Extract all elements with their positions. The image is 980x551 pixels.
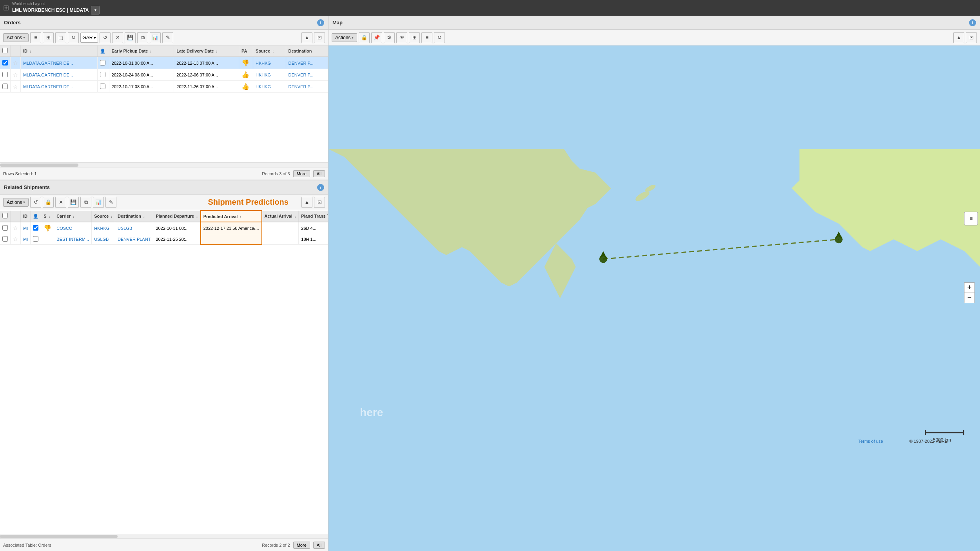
orders-close-x-btn[interactable]: ✕ bbox=[112, 32, 123, 43]
map-container[interactable]: 5000 km ≡ + − here Terms of use © 1987-2… bbox=[328, 45, 980, 551]
workbench-dropdown-btn[interactable]: ▾ bbox=[91, 6, 100, 15]
orders-expand-btn[interactable]: ⊡ bbox=[314, 32, 325, 43]
orders-collapse-btn[interactable]: ▲ bbox=[301, 32, 312, 43]
shipment-carrier-link[interactable]: COSCO bbox=[56, 226, 72, 231]
orders-actions-btn[interactable]: Actions ▾ bbox=[3, 33, 29, 42]
order-row-checkbox-cell[interactable] bbox=[0, 81, 11, 93]
shipments-save-btn[interactable]: 💾 bbox=[68, 197, 79, 208]
shipments-info-icon[interactable]: i bbox=[317, 184, 324, 191]
shipments-col-person[interactable]: 👤 bbox=[31, 211, 41, 222]
shipment-row-checkbox[interactable] bbox=[2, 225, 8, 231]
orders-col-early-pickup[interactable]: Early Pickup Date ↕ bbox=[109, 45, 174, 57]
shipments-expand-btn[interactable]: ⊡ bbox=[314, 197, 325, 208]
shipments-edit-btn[interactable]: ✎ bbox=[105, 197, 116, 208]
star-icon[interactable]: ☆ bbox=[13, 60, 18, 66]
shipments-col-planned-dep[interactable]: Planned Departure ↕ bbox=[153, 211, 201, 222]
shipments-col-carrier[interactable]: Carrier ↕ bbox=[54, 211, 92, 222]
map-eye-btn[interactable]: 👁 bbox=[396, 32, 407, 43]
orders-all-btn[interactable]: All bbox=[313, 170, 325, 177]
shipments-col-destination[interactable]: Destination ↕ bbox=[115, 211, 153, 222]
order-person-checkbox[interactable] bbox=[100, 72, 105, 77]
shipment-dest-link[interactable]: USLGB bbox=[118, 226, 132, 231]
order-row-id[interactable]: MLDATA.GARTNER DE... bbox=[21, 57, 98, 69]
order-id-link[interactable]: MLDATA.GARTNER DE... bbox=[23, 73, 73, 77]
order-dest-link[interactable]: DENVER P... bbox=[289, 84, 314, 89]
order-row-checkbox[interactable] bbox=[2, 72, 8, 77]
map-info-icon[interactable]: i bbox=[969, 19, 976, 26]
shipment-source-link[interactable]: USLGB bbox=[94, 237, 109, 242]
orders-col-select-all[interactable] bbox=[0, 45, 11, 57]
shipment-person-checkbox[interactable] bbox=[33, 236, 38, 242]
orders-info-icon[interactable]: i bbox=[317, 19, 324, 26]
orders-export-btn[interactable]: ⬚ bbox=[55, 32, 66, 43]
orders-chart-btn[interactable]: 📊 bbox=[150, 32, 161, 43]
orders-col-source[interactable]: Source ↕ bbox=[253, 45, 286, 57]
shipments-col-pland-trans[interactable]: Pland Trans Time ↕ bbox=[299, 211, 328, 222]
map-actions-btn[interactable]: Actions ▾ bbox=[332, 33, 357, 42]
orders-sort-btn[interactable]: ≡ bbox=[30, 32, 41, 43]
shipments-collapse-btn[interactable]: ▲ bbox=[301, 197, 312, 208]
order-id-link[interactable]: MLDATA.GARTNER DE... bbox=[23, 61, 73, 65]
shipment-person-checkbox[interactable] bbox=[33, 225, 38, 231]
shipments-chart-btn[interactable]: 📊 bbox=[93, 197, 104, 208]
order-row-checkbox-cell[interactable] bbox=[0, 69, 11, 81]
shipments-lock-btn[interactable]: 🔒 bbox=[43, 197, 54, 208]
shipments-table-row[interactable]: ☆ MI 👎 COSCO HKHKG USLGB 2022-10-31 08:.… bbox=[0, 222, 328, 234]
shipments-all-btn[interactable]: All bbox=[313, 542, 325, 549]
shipments-col-id[interactable]: ID bbox=[21, 211, 31, 222]
shipment-id-link[interactable]: MI bbox=[23, 237, 28, 242]
shipments-close-x-btn[interactable]: ✕ bbox=[55, 197, 66, 208]
shipment-source-link[interactable]: HKHKG bbox=[94, 226, 109, 231]
map-grid-btn[interactable]: ⊞ bbox=[409, 32, 420, 43]
orders-col-pa[interactable]: PA bbox=[239, 45, 253, 57]
orders-select-all-checkbox[interactable] bbox=[2, 48, 8, 53]
order-id-link[interactable]: MLDATA.GARTNER DE... bbox=[23, 84, 73, 89]
order-row-star-cell[interactable]: ☆ bbox=[11, 69, 21, 81]
orders-reload-btn[interactable]: ↺ bbox=[100, 32, 111, 43]
orders-copy-btn[interactable]: ⧉ bbox=[137, 32, 148, 43]
map-layers-btn2[interactable]: ≡ bbox=[421, 32, 432, 43]
shipments-col-source[interactable]: Source ↕ bbox=[92, 211, 115, 222]
shipment-dest-link[interactable]: DENVER PLANT bbox=[118, 237, 151, 242]
orders-table-row[interactable]: ☆ MLDATA.GARTNER DE... 2022-10-31 08:00 … bbox=[0, 57, 328, 69]
star-icon[interactable]: ☆ bbox=[13, 236, 18, 242]
orders-more-btn[interactable]: More bbox=[293, 170, 310, 177]
order-source-link[interactable]: HKHKG bbox=[256, 84, 271, 89]
orders-edit-btn[interactable]: ✎ bbox=[162, 32, 173, 43]
orders-table-row[interactable]: ☆ MLDATA.GARTNER DE... 2022-10-24 08:00 … bbox=[0, 69, 328, 81]
shipment-row-checkbox[interactable] bbox=[2, 236, 8, 242]
shipment-row-checkbox-cell[interactable] bbox=[0, 234, 11, 245]
order-dest-link[interactable]: DENVER P... bbox=[289, 61, 314, 65]
shipments-col-actual-arrival[interactable]: Actual Arrival ↕ bbox=[262, 211, 299, 222]
shipments-col-pred-arrival[interactable]: Predicted Arrival ↕ bbox=[201, 211, 262, 222]
order-row-star-cell[interactable]: ☆ bbox=[11, 57, 21, 69]
order-row-id[interactable]: MLDATA.GARTNER DE... bbox=[21, 81, 98, 93]
order-row-checkbox[interactable] bbox=[2, 60, 8, 65]
star-icon[interactable]: ☆ bbox=[13, 72, 18, 78]
order-row-star-cell[interactable]: ☆ bbox=[11, 81, 21, 93]
shipment-id-link[interactable]: MI bbox=[23, 226, 28, 231]
orders-scrollbar[interactable] bbox=[0, 162, 328, 167]
order-source-link[interactable]: HKHKG bbox=[256, 73, 271, 77]
shipments-table-row[interactable]: ☆ MI BEST INTERM... USLGB DENVER PLANT 2… bbox=[0, 234, 328, 245]
shipments-refresh-btn[interactable]: ↺ bbox=[30, 197, 41, 208]
orders-col-destination[interactable]: Destination bbox=[286, 45, 328, 57]
map-expand-btn[interactable]: ⊡ bbox=[966, 32, 977, 43]
orders-refresh-btn[interactable]: ↻ bbox=[68, 32, 79, 43]
order-source-link[interactable]: HKHKG bbox=[256, 61, 271, 65]
map-refresh-btn[interactable]: ↺ bbox=[434, 32, 445, 43]
order-row-checkbox[interactable] bbox=[2, 84, 8, 89]
map-collapse-btn[interactable]: ▲ bbox=[953, 32, 964, 43]
map-pin-btn[interactable]: 📌 bbox=[371, 32, 382, 43]
gar-select[interactable]: GAR ▾ bbox=[80, 33, 98, 43]
order-row-checkbox-cell[interactable] bbox=[0, 57, 11, 69]
shipments-scrollbar[interactable] bbox=[0, 534, 328, 538]
shipment-carrier-link[interactable]: BEST INTERM... bbox=[56, 237, 89, 242]
orders-col-id[interactable]: ID ↕ bbox=[21, 45, 98, 57]
shipments-col-s[interactable]: S ↕ bbox=[41, 211, 54, 222]
orders-col-person[interactable]: 👤 bbox=[97, 45, 109, 57]
order-row-id[interactable]: MLDATA.GARTNER DE... bbox=[21, 69, 98, 81]
shipment-row-star-cell[interactable]: ☆ bbox=[11, 222, 21, 234]
shipments-select-all-checkbox[interactable] bbox=[2, 213, 8, 218]
shipment-row-star-cell[interactable]: ☆ bbox=[11, 234, 21, 245]
